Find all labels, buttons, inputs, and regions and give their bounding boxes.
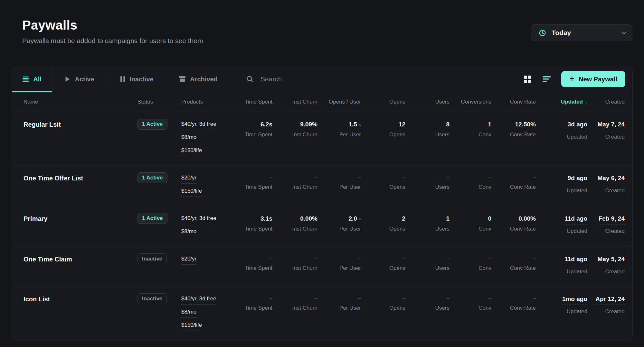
search-input[interactable]: [260, 75, 396, 83]
empty-value: –: [402, 175, 405, 180]
updated-value[interactable]: 9d ago: [568, 175, 587, 184]
created-value[interactable]: Feb 9, 24: [599, 215, 625, 224]
cell-opens: –Opens: [361, 287, 405, 340]
empty-value: –: [533, 296, 536, 301]
metric-sublabel: Updated: [567, 228, 587, 234]
product-price[interactable]: $20/yr: [181, 256, 196, 265]
tab-label: Archived: [190, 76, 218, 83]
page-subtitle: Paywalls must be added to campaigns for …: [22, 37, 203, 45]
empty-value: –: [358, 256, 361, 261]
tab-archived[interactable]: Archived: [167, 66, 230, 92]
product-price[interactable]: $20/yr: [181, 175, 196, 184]
cell-time_spent: 6.2sTime Spent: [240, 112, 272, 165]
paywall-name: One Time Offer List: [24, 175, 83, 182]
table-row[interactable]: Regular Lsit1 Active$40/yr, 3d free$8/mo…: [12, 112, 632, 165]
column-header-conversions[interactable]: Conversions: [450, 99, 491, 105]
column-header-inst_churn[interactable]: Inst Churn: [272, 99, 317, 105]
created-value[interactable]: May 6, 24: [598, 175, 625, 184]
column-header-conv_rate[interactable]: Conv Rate: [491, 99, 536, 105]
empty-value: –: [270, 296, 272, 301]
status-badge: 1 Active: [137, 213, 167, 224]
cell-created: May 6, 24Created: [587, 166, 625, 206]
updated-value[interactable]: 3d ago: [568, 121, 587, 130]
metric-sublabel: Conv Rate: [510, 226, 536, 232]
multiplier-suffix: ×: [358, 122, 361, 127]
column-header-opens[interactable]: Opens: [361, 99, 405, 105]
cell-products: $20/yr$150/life: [181, 166, 240, 206]
metric-sublabel: Conv: [478, 226, 491, 232]
opens-value: 2: [402, 215, 405, 222]
created-value[interactable]: May 7, 24: [598, 121, 625, 130]
product-price[interactable]: $8/mo: [181, 309, 196, 318]
chevron-down-icon: [621, 30, 627, 35]
column-header-created[interactable]: Created: [587, 99, 625, 105]
product-price[interactable]: $150/life: [181, 188, 202, 197]
metric-sublabel: Updated: [567, 187, 587, 194]
product-price[interactable]: $150/life: [181, 147, 202, 156]
product-price[interactable]: $40/yr, 3d free: [181, 215, 216, 224]
rows-view-icon[interactable]: [542, 74, 552, 84]
empty-value: –: [315, 256, 317, 261]
grid-view-icon[interactable]: [523, 74, 532, 84]
cell-status: 1 Active: [137, 112, 181, 165]
metric-sublabel: Time Spent: [245, 184, 272, 190]
metric-sublabel: Users: [435, 226, 450, 232]
cell-products: $40/yr, 3d free$8/mo$150/life: [181, 112, 240, 165]
metric-sublabel: Conv: [478, 132, 491, 138]
cell-updated: 11d agoUpdated: [536, 206, 587, 246]
metric-sublabel: Inst Churn: [292, 184, 317, 190]
column-header-updated[interactable]: Updated↓: [536, 99, 587, 105]
table-row[interactable]: Primary1 Active$40/yr, 3d free$8/mo3.1sT…: [12, 206, 632, 246]
tab-label: Inactive: [129, 76, 153, 83]
created-value[interactable]: Apr 12, 24: [595, 296, 625, 305]
cell-opens: 2Opens: [361, 206, 405, 246]
metric-sublabel: Conv: [478, 305, 491, 311]
empty-value: –: [270, 175, 272, 180]
table-row[interactable]: One Time Offer List1 Active$20/yr$150/li…: [12, 165, 632, 206]
column-header-status[interactable]: Status: [137, 99, 181, 105]
tab-active[interactable]: Active: [52, 66, 107, 92]
created-value[interactable]: May 5, 24: [598, 256, 625, 265]
metric-sublabel: Opens: [389, 132, 405, 138]
metric-sublabel: Users: [435, 132, 450, 138]
product-price[interactable]: $40/yr, 3d free: [181, 121, 216, 130]
metric-sublabel: Per User: [339, 265, 361, 271]
column-header-products[interactable]: Products: [181, 99, 240, 105]
tab-all[interactable]: All: [12, 66, 52, 92]
time_spent-value: 6.2s: [260, 121, 272, 128]
metric-sublabel: Conv Rate: [510, 265, 536, 271]
updated-value[interactable]: 11d ago: [564, 215, 587, 224]
sort-arrow-icon: ↓: [585, 99, 587, 105]
cell-per_user: –Per User: [317, 287, 361, 340]
empty-value: –: [358, 296, 361, 301]
product-price[interactable]: $150/life: [181, 322, 202, 331]
cell-products: $20/yr: [181, 247, 240, 286]
cell-opens: –Opens: [361, 247, 405, 286]
tab-label: Active: [75, 76, 94, 83]
cell-created: Apr 12, 24Created: [587, 287, 625, 340]
cell-conv_rate: 12.50%Conv Rate: [491, 112, 536, 165]
cell-time_spent: –Time Spent: [240, 287, 272, 340]
tab-inactive[interactable]: Inactive: [107, 66, 167, 92]
empty-value: –: [488, 296, 491, 301]
metric-sublabel: Users: [435, 305, 450, 311]
product-price[interactable]: $8/mo: [181, 134, 196, 143]
new-paywall-button[interactable]: + New Paywall: [561, 71, 625, 87]
column-header-per_user[interactable]: Opens / User: [317, 99, 361, 105]
table-row[interactable]: One Time ClaimInactive$20/yr–Time Spent–…: [12, 246, 632, 286]
updated-value[interactable]: 1mo ago: [562, 296, 587, 305]
updated-value[interactable]: 11d ago: [564, 256, 587, 265]
table-row[interactable]: Icon ListInactive$40/yr, 3d free$8/mo$15…: [12, 286, 632, 340]
column-header-time_spent[interactable]: Time Spent: [240, 99, 272, 105]
cell-updated: 9d agoUpdated: [536, 166, 587, 206]
column-header-name[interactable]: Name: [24, 99, 137, 105]
metric-sublabel: Inst Churn: [292, 132, 317, 138]
empty-value: –: [488, 175, 491, 180]
cell-conversions: –Conv: [450, 287, 491, 340]
period-selector[interactable]: Today: [531, 24, 632, 41]
product-price[interactable]: $8/mo: [181, 228, 196, 237]
cell-products: $40/yr, 3d free$8/mo$150/life: [181, 287, 240, 340]
column-header-users[interactable]: Users: [405, 99, 450, 105]
metric-sublabel: Conv Rate: [510, 184, 536, 190]
product-price[interactable]: $40/yr, 3d free: [181, 296, 216, 305]
